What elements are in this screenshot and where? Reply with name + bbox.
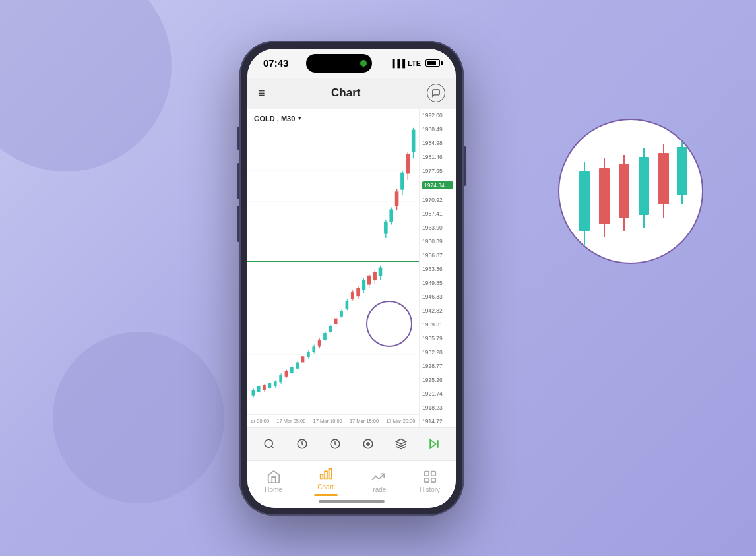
mute-button [237,127,239,150]
camera-dot [360,60,367,67]
price-1967: 1967.41 [422,210,453,217]
svg-rect-50 [362,280,366,290]
svg-rect-82 [424,472,428,476]
nav-history-label: History [420,486,440,493]
price-1925: 1925.26 [422,377,453,383]
status-icons: ▐▐▐ LTE [390,59,440,67]
price-1921: 1921.74 [422,390,453,397]
notch [306,54,372,73]
price-1953: 1953.36 [422,266,453,272]
nav-home[interactable]: Home [254,470,294,493]
time-1: ar 00:00 [251,418,270,424]
svg-rect-66 [406,154,410,173]
add-indicator-icon[interactable] [358,433,379,454]
svg-rect-89 [599,168,610,224]
svg-rect-36 [323,332,327,339]
svg-rect-97 [677,147,687,195]
svg-rect-18 [274,381,277,386]
svg-rect-22 [285,371,288,376]
price-1935: 1935.79 [422,335,453,342]
chart-icon [319,467,333,481]
svg-rect-14 [263,385,266,389]
nav-chart-label: Chart [317,483,333,491]
svg-line-70 [271,446,273,448]
price-1932: 1932.28 [422,349,453,355]
svg-rect-68 [412,129,416,151]
candlestick-chart [247,109,419,410]
svg-rect-80 [325,471,327,479]
time-4: 17 Mar 15:00 [350,418,379,424]
clock-circle-icon[interactable] [292,433,313,454]
price-1928: 1928.77 [422,363,453,369]
svg-rect-46 [351,292,354,298]
instrument-label[interactable]: GOLD , M30 ▼ [254,115,302,123]
price-1977: 1977.95 [422,168,453,174]
status-bar: 07:43 ▐▐▐ LTE [247,49,456,78]
price-1992: 1992.00 [422,112,453,119]
svg-rect-48 [356,288,360,296]
svg-rect-84 [424,478,428,482]
status-time: 07:43 [263,57,288,69]
price-line [247,261,419,263]
svg-rect-95 [658,153,669,204]
svg-rect-60 [389,209,393,222]
svg-rect-52 [367,275,371,284]
header-title: Chart [331,86,360,100]
price-1946: 1946.33 [422,293,453,300]
chat-icon[interactable] [427,84,445,102]
svg-rect-34 [318,340,321,346]
signal-icon: ▐▐▐ [390,59,405,67]
nav-history[interactable]: History [410,470,450,493]
svg-rect-24 [290,367,294,372]
nav-trade[interactable]: Trade [358,470,398,493]
bg-decoration-circle-1 [0,0,172,171]
trade-icon [371,470,385,484]
svg-rect-28 [301,356,305,362]
nav-chart[interactable]: Chart [306,467,346,496]
timeframe-dropdown-arrow: ▼ [297,115,302,121]
svg-rect-91 [619,164,629,218]
svg-rect-42 [340,311,343,316]
svg-rect-12 [257,386,261,392]
phone-frame: 07:43 ▐▐▐ LTE ≡ Chart [239,41,464,516]
history-icon [423,470,437,484]
cursor-tool-icon[interactable] [259,433,280,454]
svg-rect-26 [296,362,299,368]
play-forward-icon[interactable] [424,433,445,454]
price-1981: 1981.46 [422,154,453,160]
nav-active-indicator [314,494,338,496]
lte-label: LTE [408,59,421,67]
time-5: 17 Mar 20:00 [386,418,415,424]
layers-icon[interactable] [391,433,412,454]
nav-trade-label: Trade [369,486,387,493]
price-scale: 1992.00 1988.49 1984.98 1981.46 1977.95 … [419,109,456,427]
home-icon [267,470,281,484]
clock-icon[interactable] [325,433,346,454]
price-1956: 1956.87 [422,252,453,259]
svg-rect-85 [431,478,435,482]
svg-rect-38 [329,325,332,332]
price-1949: 1949.85 [422,280,453,286]
nav-home-label: Home [265,486,282,493]
svg-rect-79 [320,474,323,479]
svg-marker-77 [430,439,435,448]
menu-icon[interactable]: ≡ [258,86,265,100]
svg-rect-40 [334,318,338,324]
chart-area[interactable]: GOLD , M30 ▼ [247,109,456,427]
price-1988: 1988.49 [422,126,453,133]
price-1960: 1960.39 [422,238,453,245]
svg-rect-81 [329,469,331,479]
svg-rect-54 [373,272,377,280]
svg-point-69 [265,439,272,447]
svg-rect-10 [252,390,255,395]
svg-rect-93 [639,157,649,215]
svg-rect-44 [346,301,349,309]
home-indicator [319,500,385,503]
svg-marker-76 [396,439,406,445]
svg-rect-32 [312,346,315,352]
svg-rect-30 [307,352,310,357]
zoom-candlestick-chart [565,125,697,257]
svg-rect-20 [279,375,282,382]
time-2: 17 Mar 05:00 [276,418,305,424]
power-button [464,146,466,186]
